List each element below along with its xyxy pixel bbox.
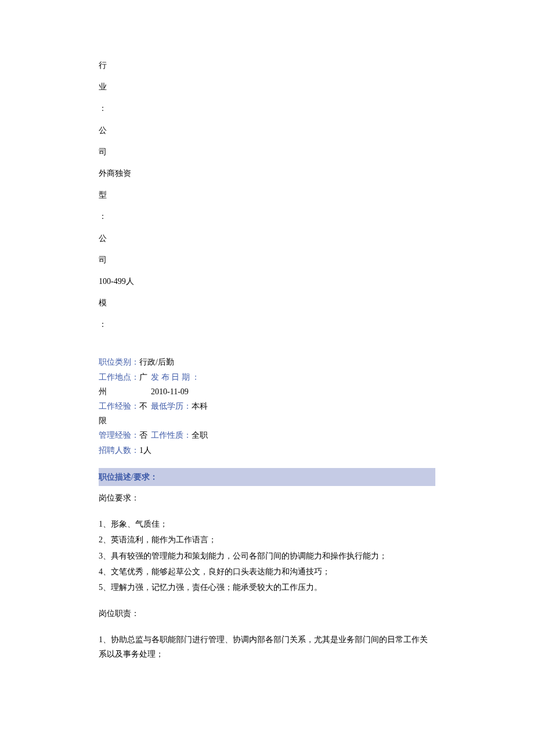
char: ： — [99, 317, 435, 332]
job-publish-value: 2010-11-09 — [151, 387, 189, 396]
job-category-value: 行政/后勤 — [139, 355, 174, 369]
job-info: 职位类别： 行政/后勤 工作地点：广州 发 布 日 期 ： 2010-11-09… — [99, 355, 435, 457]
responsibilities-title: 岗位职责： — [99, 606, 435, 621]
char: 业 — [99, 80, 435, 94]
requirement-item: 5、理解力强，记忆力强，责任心强；能承受较大的工作压力。 — [99, 580, 435, 595]
job-location-label: 工作地点： — [99, 373, 139, 381]
job-hire-count-row: 招聘人数： 1人 — [99, 443, 435, 458]
company-size: 100-499人 — [99, 274, 435, 289]
requirement-item: 4、文笔优秀，能够起草公文，良好的口头表达能力和沟通技巧； — [99, 564, 435, 579]
requirements-title: 岗位要求： — [99, 491, 435, 505]
job-category-label: 职位类别： — [99, 355, 139, 369]
job-management-label: 管理经验： — [99, 431, 139, 440]
char: 公 — [99, 123, 435, 138]
job-category-row: 职位类别： 行政/后勤 — [99, 355, 435, 369]
job-hire-count-label: 招聘人数： — [99, 443, 139, 458]
responsibility-item: 1、协助总监与各职能部门进行管理、协调内部各部门关系，尤其是业务部门间的日常工作… — [99, 632, 435, 661]
char: 行 — [99, 58, 435, 73]
requirement-item: 2、英语流利，能作为工作语言； — [99, 532, 435, 547]
section-header: 职位描述/要求： — [99, 468, 435, 486]
char: ： — [99, 101, 435, 116]
char: 型 — [99, 188, 435, 202]
job-education-label: 最低学历： — [151, 402, 192, 411]
char: 公 — [99, 231, 435, 246]
job-experience-label: 工作经验： — [99, 402, 139, 411]
job-nature-value: 全职 — [192, 431, 208, 440]
char: 司 — [99, 253, 435, 267]
company-info-vertical: 行 业 ： 公 司 外商独资 型 ： 公 司 100-499人 模 ： — [99, 58, 435, 332]
company-type: 外商独资 — [99, 166, 435, 181]
requirement-item: 1、形象、气质佳； — [99, 517, 435, 531]
requirements-section: 岗位要求： 1、形象、气质佳； 2、英语流利，能作为工作语言； 3、具有较强的管… — [99, 491, 435, 662]
char: ： — [99, 209, 435, 224]
job-management-value: 否 — [139, 431, 147, 440]
job-management-row: 管理经验：否 工作性质：全职 — [99, 428, 435, 442]
job-experience-row: 工作经验：不限 最低学历：本科 — [99, 399, 435, 428]
char: 司 — [99, 145, 435, 159]
job-education-value: 本科 — [192, 402, 208, 411]
char: 模 — [99, 296, 435, 310]
job-publish-label: 发 布 日 期 ： — [151, 373, 200, 381]
job-location-row: 工作地点：广州 发 布 日 期 ： 2010-11-09 — [99, 370, 435, 399]
requirement-item: 3、具有较强的管理能力和策划能力，公司各部门间的协调能力和操作执行能力； — [99, 549, 435, 563]
job-hire-count-value: 1人 — [139, 443, 151, 458]
job-nature-label: 工作性质： — [151, 431, 192, 440]
